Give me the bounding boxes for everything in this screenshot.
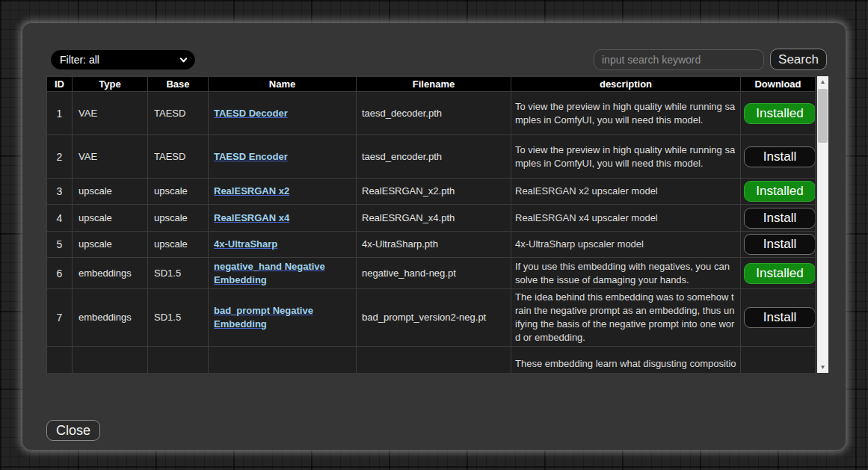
cell-description: RealESRGAN x4 upscaler model — [511, 205, 741, 232]
cell-id: 3 — [47, 179, 73, 205]
cell-name: RealESRGAN x4 — [209, 205, 357, 232]
cell-description: To view the preview in high quality whil… — [511, 92, 741, 135]
model-name-link[interactable]: TAESD Encoder — [214, 151, 288, 162]
cell-base: TAESD — [148, 92, 209, 135]
install-button[interactable]: Install — [744, 208, 815, 229]
table-row: These embedding learn what disgusting co… — [47, 347, 816, 374]
cell-filename: 4x-UltraSharp.pth — [357, 232, 511, 258]
cell-base: upscale — [148, 205, 209, 232]
installed-button[interactable]: Installed — [744, 263, 815, 284]
cell-id: 6 — [47, 258, 73, 289]
cell-base: TAESD — [148, 135, 209, 179]
column-header-base: Base — [148, 77, 209, 92]
cell-type: embeddings — [73, 289, 148, 347]
table-row: 5 upscale upscale 4x-UltraSharp 4x-Ultra… — [47, 232, 816, 258]
cell-description: These embedding learn what disgusting co… — [511, 347, 741, 374]
cell-base: SD1.5 — [148, 258, 209, 289]
installed-button[interactable]: Installed — [744, 181, 815, 202]
cell-download: Install — [741, 205, 816, 232]
cell-filename: RealESRGAN_x4.pth — [357, 205, 511, 232]
cell-filename: RealESRGAN_x2.pth — [357, 179, 511, 205]
cell-filename: bad_prompt_version2-neg.pt — [357, 289, 511, 347]
scrollbar-thumb[interactable] — [818, 89, 828, 143]
cell-download: Install — [741, 289, 816, 347]
cell-type: VAE — [73, 135, 148, 179]
cell-description: RealESRGAN x2 upscaler model — [511, 179, 741, 205]
model-name-link[interactable]: 4x-UltraSharp — [214, 238, 277, 250]
table-row: 4 upscale upscale RealESRGAN x4 RealESRG… — [47, 205, 816, 232]
cell-type: upscale — [73, 232, 148, 258]
cell-description: If you use this embedding with negatives… — [511, 258, 741, 289]
install-models-dialog: Filter: all Search IDTypeBaseNameFilenam… — [22, 23, 846, 450]
installed-button[interactable]: Installed — [744, 103, 815, 124]
cell-id: 1 — [47, 92, 73, 135]
cell-id: 5 — [47, 232, 73, 258]
install-button[interactable]: Install — [744, 234, 815, 255]
cell-base: upscale — [148, 232, 209, 258]
cell-download: Installed — [741, 179, 816, 205]
table-row: 1 VAE TAESD TAESD Decoder taesd_decoder.… — [47, 92, 816, 135]
scrollbar-up-icon[interactable]: ▲ — [817, 76, 828, 87]
model-name-link[interactable]: TAESD Decoder — [214, 108, 288, 119]
table-header-row: IDTypeBaseNameFilenamedescriptionDownloa… — [47, 77, 816, 92]
cell-download: Install — [741, 135, 816, 179]
cell-filename — [357, 347, 511, 374]
cell-base: SD1.5 — [148, 289, 209, 347]
cell-type: upscale — [73, 205, 148, 232]
search-input[interactable] — [594, 49, 764, 70]
cell-type: VAE — [73, 92, 148, 135]
close-button[interactable]: Close — [46, 420, 100, 441]
cell-name: bad_prompt Negative Embedding — [209, 289, 357, 347]
model-name-link[interactable]: RealESRGAN x4 — [214, 212, 289, 223]
table-row: 2 VAE TAESD TAESD Encoder taesd_encoder.… — [47, 135, 816, 179]
cell-type — [73, 347, 148, 374]
model-name-link[interactable]: RealESRGAN x2 — [214, 185, 289, 197]
table-row: 7 embeddings SD1.5 bad_prompt Negative E… — [47, 289, 816, 347]
scrollbar-down-icon[interactable]: ▼ — [817, 362, 828, 373]
cell-filename: negative_hand-neg.pt — [357, 258, 511, 289]
column-header-download: Download — [741, 77, 816, 92]
filter-select[interactable]: Filter: all — [51, 50, 195, 69]
cell-base — [148, 347, 209, 374]
cell-id: 4 — [47, 205, 73, 232]
column-header-type: Type — [73, 77, 148, 92]
cell-description: The idea behind this embedding was to so… — [511, 289, 741, 347]
cell-download: Installed — [741, 258, 816, 289]
table-scrollbar[interactable]: ▲ ▼ — [817, 76, 828, 373]
models-table: IDTypeBaseNameFilenamedescriptionDownloa… — [46, 76, 815, 373]
cell-type: upscale — [73, 179, 148, 205]
install-button[interactable]: Install — [744, 307, 815, 328]
column-header-name: Name — [209, 77, 357, 92]
column-header-id: ID — [47, 77, 73, 92]
install-button[interactable]: Install — [744, 146, 815, 167]
cell-download: Install — [741, 232, 816, 258]
cell-description: To view the preview in high quality whil… — [511, 135, 741, 179]
cell-name: TAESD Encoder — [209, 135, 357, 179]
cell-id — [47, 347, 73, 374]
models-table-viewport: IDTypeBaseNameFilenamedescriptionDownloa… — [46, 76, 815, 373]
cell-type: embeddings — [73, 258, 148, 289]
cell-name: RealESRGAN x2 — [209, 179, 357, 205]
cell-description: 4x-UltraSharp upscaler model — [511, 232, 741, 258]
cell-name: 4x-UltraSharp — [209, 232, 357, 258]
column-header-description: description — [511, 77, 741, 92]
cell-download: Installed — [741, 92, 816, 135]
table-row: 6 embeddings SD1.5 negative_hand Negativ… — [47, 258, 816, 289]
cell-download — [741, 347, 816, 374]
filter-select-wrap: Filter: all — [51, 50, 195, 69]
cell-id: 7 — [47, 289, 73, 347]
cell-filename: taesd_decoder.pth — [357, 92, 511, 135]
model-name-link[interactable]: bad_prompt Negative Embedding — [214, 305, 313, 330]
cell-name — [209, 347, 357, 374]
cell-name: TAESD Decoder — [209, 92, 357, 135]
model-name-link[interactable]: negative_hand Negative Embedding — [214, 261, 325, 285]
column-header-filename: Filename — [357, 77, 511, 92]
cell-name: negative_hand Negative Embedding — [209, 258, 357, 289]
cell-base: upscale — [148, 179, 209, 205]
search-button[interactable]: Search — [770, 49, 827, 70]
cell-id: 2 — [47, 135, 73, 179]
cell-filename: taesd_encoder.pth — [357, 135, 511, 179]
table-row: 3 upscale upscale RealESRGAN x2 RealESRG… — [47, 179, 816, 205]
